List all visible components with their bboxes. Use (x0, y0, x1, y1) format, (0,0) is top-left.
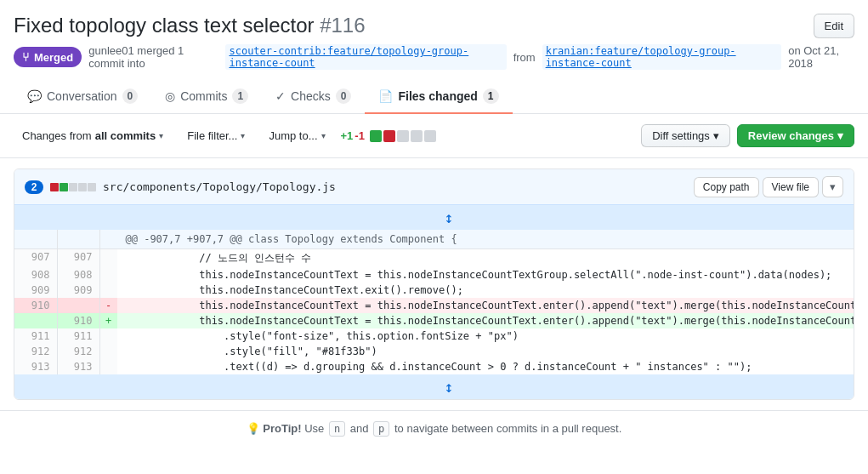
diff-blocks (370, 130, 436, 142)
tab-checks-count: 0 (336, 89, 352, 104)
review-changes-button[interactable]: Review changes ▾ (737, 124, 854, 147)
merged-label: Merged (34, 51, 73, 64)
bottom-tip: 💡 ProTip! Use n and p to navigate betwee… (0, 410, 868, 447)
expand-icon-bottom[interactable]: ↕ (445, 378, 454, 396)
tip-end: to navigate between commits in a pull re… (394, 422, 621, 435)
tab-conversation-count: 0 (122, 89, 139, 104)
line-content: .style("fill", "#81f33b") (117, 344, 854, 359)
line-num-old: 909 (14, 283, 57, 298)
line-num-old: 907 (14, 249, 57, 268)
changes-from-chevron: ▾ (159, 131, 163, 140)
line-sign (99, 249, 117, 268)
branch-to-link[interactable]: kranian:feature/topology-group-instance-… (542, 44, 782, 70)
diff-scroll-area[interactable]: ↕ @@ -907,7 +907,7 @@ class Topology ext… (14, 205, 854, 399)
changes-from-button[interactable]: Changes from all commits ▾ (14, 125, 172, 146)
copy-path-button[interactable]: Copy path (694, 177, 759, 197)
line-num-new: 911 (57, 328, 99, 344)
tab-files-changed[interactable]: 📄 Files changed 1 (365, 80, 512, 114)
all-commits-label: all commits (95, 129, 156, 142)
page-container: Fixed topology class text selector #116 … (0, 0, 868, 474)
table-row: 911911 .style("font-size", this.option.f… (14, 328, 854, 344)
commits-icon: ◎ (165, 89, 175, 103)
pr-date: on Oct 21, 2018 (788, 44, 854, 70)
line-sign (99, 359, 117, 374)
diff-block-red (383, 130, 395, 142)
line-content: this.nodeInstanceCountText = this.nodeIn… (117, 298, 854, 313)
meta-text: gunlee01 merged 1 commit into (88, 44, 218, 70)
tab-checks[interactable]: ✓ Checks 0 (262, 80, 365, 114)
checks-icon: ✓ (275, 89, 286, 103)
tab-commits[interactable]: ◎ Commits 1 (151, 80, 262, 114)
table-row: 913913 .text((d) => d.grouping && d.inst… (14, 359, 854, 374)
expand-row-bottom[interactable]: ↕ (14, 374, 854, 399)
diff-hunk-header: @@ -907,7 +907,7 @@ class Topology exten… (14, 230, 854, 249)
table-row: 908908 this.nodeInstanceCountText = this… (14, 267, 854, 283)
fi-gray-2 (78, 183, 87, 191)
file-header: 2 src/components/Topology/Topology.js Co… (14, 169, 854, 205)
file-section: 2 src/components/Topology/Topology.js Co… (14, 168, 854, 400)
diff-settings-button[interactable]: Diff settings ▾ (641, 124, 730, 147)
diff-settings-label: Diff settings (652, 129, 710, 142)
line-num-old: 913 (14, 359, 57, 374)
diff-block-gray-1 (397, 130, 409, 142)
line-content: this.nodeInstanceCountText = this.nodeIn… (117, 313, 854, 328)
line-content: .style("font-size", this.option.fontSize… (117, 328, 854, 344)
table-row: 910- this.nodeInstanceCountText = this.n… (14, 298, 854, 313)
tab-commits-count: 1 (232, 89, 248, 104)
line-content: .text((d) => d.grouping && d.instanceCou… (117, 359, 854, 374)
table-row: 910+ this.nodeInstanceCountText = this.n… (14, 313, 854, 328)
line-content: // 노드의 인스턴수 수 (117, 249, 854, 268)
line-num-old: 908 (14, 267, 57, 283)
view-file-button[interactable]: View file (763, 177, 819, 197)
line-num-new: 912 (57, 344, 99, 359)
tab-checks-label: Checks (291, 89, 331, 103)
edit-button[interactable]: Edit (814, 14, 854, 38)
tab-files-changed-label: Files changed (398, 89, 477, 103)
file-path: src/components/Topology/Topology.js (103, 180, 687, 193)
branch-from-link[interactable]: scouter-contrib:feature/topology-group-i… (225, 44, 506, 70)
fi-green (60, 183, 68, 191)
conversation-icon: 💬 (27, 89, 42, 103)
tip-text: Use (304, 422, 324, 435)
filter-bar: Changes from all commits ▾ File filter..… (0, 114, 868, 158)
line-content: this.nodeInstanceCountText.exit().remove… (117, 283, 854, 298)
merged-badge: ⑂ Merged (14, 47, 82, 67)
line-num-old: 912 (14, 344, 57, 359)
fi-gray-1 (69, 183, 77, 191)
table-row: 909909 this.nodeInstanceCountText.exit()… (14, 283, 854, 298)
line-sign: - (99, 298, 117, 313)
hunk-content: @@ -907,7 +907,7 @@ class Topology exten… (117, 230, 854, 249)
diff-stats: +1 -1 (341, 129, 436, 142)
file-expand-button[interactable]: ▾ (822, 176, 843, 197)
jump-to-chevron: ▾ (321, 131, 326, 140)
jump-to-button[interactable]: Jump to... ▾ (260, 125, 333, 146)
file-filter-button[interactable]: File filter... ▾ (179, 125, 253, 146)
changes-from-label: Changes from (22, 129, 92, 142)
pr-title-text: Fixed topology class text selector (14, 14, 315, 37)
pr-meta: ⑂ Merged gunlee01 merged 1 commit into s… (14, 44, 854, 70)
diff-add: +1 (341, 129, 354, 142)
line-num-old: 911 (14, 328, 57, 344)
file-diff-indicator (50, 183, 96, 191)
line-content: this.nodeInstanceCountText = this.nodeIn… (117, 267, 854, 283)
from-text: from (513, 51, 536, 64)
line-sign (99, 267, 117, 283)
expand-row-top[interactable]: ↕ (14, 205, 854, 230)
tab-files-changed-count: 1 (483, 89, 499, 104)
line-num-new: 910 (57, 313, 99, 328)
expand-icon-top[interactable]: ↕ (445, 208, 454, 226)
line-num-old: 910 (14, 298, 57, 313)
line-sign (99, 328, 117, 344)
line-num-old (14, 313, 57, 328)
hunk-sign (99, 230, 117, 249)
pr-header: Fixed topology class text selector #116 … (0, 0, 868, 70)
line-sign (99, 283, 117, 298)
pr-title: Fixed topology class text selector #116 (14, 14, 366, 37)
fi-red (50, 183, 59, 191)
file-number: 2 (25, 180, 43, 194)
pro-tip-label: ProTip! (263, 422, 301, 435)
tab-conversation[interactable]: 💬 Conversation 0 (14, 80, 151, 114)
fi-gray-3 (88, 183, 96, 191)
table-row: 907907 // 노드의 인스턴수 수 (14, 249, 854, 268)
and-text: and (350, 422, 369, 435)
